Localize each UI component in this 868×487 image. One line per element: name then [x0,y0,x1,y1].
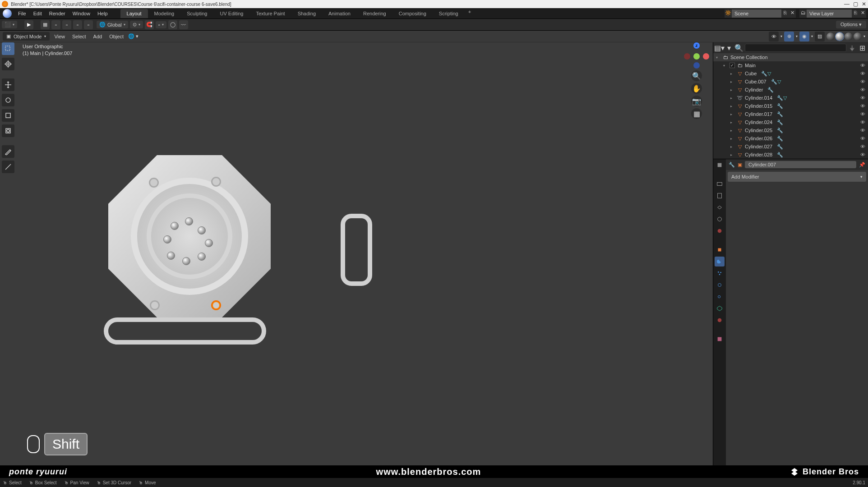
active-object-name[interactable]: Cylinder.007 [745,161,856,168]
world-tab[interactable] [715,226,725,236]
viewlayer-tab[interactable] [715,202,725,212]
scene-collection-row[interactable]: ▾🗀 Scene Collection [713,53,868,61]
visibility-toggle-icon[interactable]: 👁 [860,119,865,125]
snap-element-1[interactable]: ▫ [51,20,60,29]
move-tool[interactable] [2,78,14,91]
solid-shading[interactable] [836,32,844,41]
pan-icon[interactable]: ✋ [691,83,702,94]
tab-uv-editing[interactable]: UV Editing [213,9,249,18]
material-shading[interactable] [845,32,853,41]
menu-object[interactable]: Object [106,34,126,39]
tab-scripting[interactable]: Scripting [433,9,465,18]
maximize-button[interactable]: ▢ [853,1,858,7]
xray-toggle[interactable]: ▨ [815,32,825,41]
tab-shading[interactable]: Shading [291,9,322,18]
visibility-icon[interactable]: 👁 [860,63,865,68]
outliner-object-row[interactable]: ▸▽Cylinder.017🔧👁 [713,110,868,118]
close-button[interactable]: ✕ [862,1,866,7]
cursor-tool-icon[interactable]: ▶ [24,20,33,29]
orientation-mini[interactable]: 🌐 ▾ [128,33,139,39]
selectability-toggle[interactable]: 👁 [769,32,779,41]
menu-select[interactable]: Select [69,34,89,39]
visibility-toggle-icon[interactable]: 👁 [860,95,865,101]
overlays-toggle[interactable]: ◉ [799,32,809,41]
modifiers-tab[interactable] [715,257,725,266]
options-dropdown[interactable]: Options ▾ [836,21,866,28]
menu-add[interactable]: Add [91,34,105,39]
visibility-toggle-icon[interactable]: 👁 [860,136,865,141]
proportional-falloff[interactable]: 〰 [179,20,188,29]
rotate-tool[interactable] [2,94,14,106]
render-tab[interactable] [715,179,725,189]
outliner-object-row[interactable]: ▸▽Cylinder.025🔧👁 [713,126,868,134]
outliner-object-row[interactable]: ▸▽Cylinder🔧👁 [713,86,868,94]
menu-view[interactable]: View [51,34,68,39]
collection-checkbox[interactable]: ✓ [729,63,735,68]
physics-tab[interactable] [715,280,725,290]
visibility-toggle-icon[interactable]: 👁 [860,103,865,109]
pin-icon[interactable]: 📌 [859,162,865,168]
texture-tab[interactable] [715,334,725,344]
blender-logo-icon[interactable] [3,9,12,18]
gizmo-toggle[interactable]: ⊕ [784,32,794,41]
visibility-toggle-icon[interactable]: 👁 [860,87,865,92]
outliner-object-row[interactable]: ▸▽Cube🔧▽👁 [713,69,868,78]
outliner-object-row[interactable]: ▸▽Cube.007🔧▽👁 [713,78,868,86]
visibility-toggle-icon[interactable]: 👁 [860,71,865,76]
outliner-object-row[interactable]: ▸▽Cylinder.015🔧👁 [713,102,868,110]
object-tab[interactable] [715,245,725,255]
tab-rendering[interactable]: Rendering [357,9,392,18]
filter-icon[interactable]: ⏚ [848,44,856,52]
menu-file[interactable]: File [14,11,30,16]
outliner-object-row[interactable]: ▸➰Cylinder.014🔧▽👁 [713,94,868,102]
new-scene-button[interactable]: ⎘ [781,10,789,17]
mesh-tab[interactable] [715,303,725,313]
navigation-gizmo[interactable]: Z 🔍 ✋ 📷 ▦ [684,42,709,121]
perspective-toggle-icon[interactable]: ▦ [691,108,702,119]
snap-toggle[interactable]: ▦ [41,20,50,29]
outliner-object-row[interactable]: ▸▽Cylinder.024🔧👁 [713,118,868,126]
rendered-shading[interactable] [854,32,862,41]
editor-type-dropdown[interactable]: ⬛ ▾ [2,21,17,28]
axis-y[interactable] [693,53,700,60]
tool-tab[interactable] [715,160,725,170]
pivot-point-dropdown[interactable]: ⊙ ▾ [130,21,143,28]
tab-modeling[interactable]: Modeling [148,9,181,18]
outliner-object-row[interactable]: ▸▽Cylinder.028🔧👁 [713,151,868,159]
outliner-object-row[interactable]: ▸▽Cylinder.026🔧👁 [713,134,868,142]
tab-layout[interactable]: Layout [120,9,148,18]
snap-target-dropdown[interactable]: ▫ ▾ [156,21,166,28]
measure-tool[interactable] [2,161,14,173]
particles-tab[interactable] [715,268,725,278]
snap-element-4[interactable]: ▫ [84,20,93,29]
outliner-search-input[interactable] [745,44,846,52]
menu-window[interactable]: Window [69,11,94,16]
tab-compositing[interactable]: Compositing [392,9,433,18]
delete-scene-button[interactable]: ✕ [789,10,796,17]
delete-viewlayer-button[interactable]: ✕ [859,10,866,17]
3d-viewport[interactable]: User Orthographic (1) Main | Cylinder.00… [0,42,713,478]
axis-neg-z[interactable] [693,62,700,69]
camera-view-icon[interactable]: 📷 [691,96,702,106]
menu-render[interactable]: Render [46,11,69,16]
tab-animation[interactable]: Animation [322,9,357,18]
add-modifier-dropdown[interactable]: Add Modifier ▾ [728,172,866,182]
zoom-icon[interactable]: 🔍 [691,70,702,81]
annotate-tool[interactable] [2,145,14,158]
scene-selector[interactable]: 🔆 ⎘ ✕ [725,9,796,18]
viewlayer-name-input[interactable] [807,9,852,18]
snap-element-2[interactable]: ▫ [62,20,71,29]
transform-tool[interactable] [2,124,14,137]
wireframe-shading[interactable] [826,32,835,41]
scale-tool[interactable] [2,109,14,122]
output-tab[interactable] [715,191,725,201]
main-collection-row[interactable]: ▾ ✓ 🗀 Main 👁 [713,61,868,69]
mode-select-dropdown[interactable]: ▣ Object Mode ▾ [3,32,50,41]
axis-x[interactable] [703,53,709,60]
cursor-tool[interactable] [2,58,14,70]
outliner-tree[interactable]: ▾🗀 Scene Collection ▾ ✓ 🗀 Main 👁 ▸▽Cube🔧… [713,53,868,159]
select-box-tool[interactable] [2,42,14,55]
minimize-button[interactable]: — [844,1,850,7]
snap-element-3[interactable]: ▫ [73,20,82,29]
constraints-tab[interactable] [715,292,725,302]
